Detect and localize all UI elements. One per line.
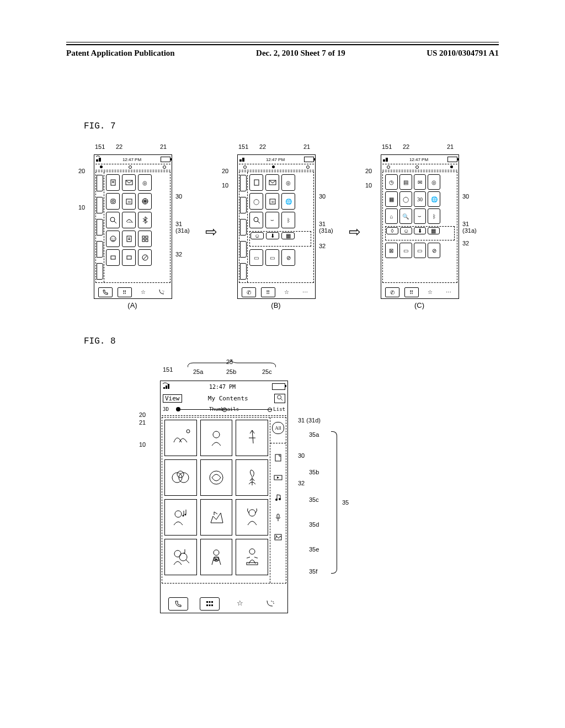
app-icon[interactable] [122,249,136,266]
nav-phone-icon[interactable]: ✆ [385,287,399,297]
app-icon[interactable]: ◯ [399,191,412,207]
nav-phone-icon[interactable] [98,287,113,297]
app-icon-calendar[interactable]: 30 [265,193,279,210]
app-icon[interactable]: ▤ [399,174,412,190]
thumbnail[interactable] [164,459,197,496]
side-tab[interactable] [97,197,103,213]
app-icon-clock[interactable]: ◷ [385,174,398,190]
nav-phone-icon[interactable] [168,597,188,611]
app-icon[interactable] [106,174,120,191]
app-icon-face[interactable]: ☺ [400,227,412,234]
side-tab[interactable] [240,197,247,213]
app-icon[interactable]: ▭ [414,243,427,258]
app-icon-bluetooth[interactable]: ᛒ [428,208,440,224]
app-icon-globe[interactable]: 🌐 [428,191,440,207]
side-tab[interactable] [240,175,247,191]
app-icon-envelope[interactable] [265,174,279,191]
app-icon[interactable]: ◊ [386,227,398,234]
nav-grid-icon[interactable]: ⠿ [404,287,419,297]
thumbnail[interactable] [236,459,268,496]
nav-grid-icon[interactable]: ⠿ [118,287,132,297]
slider-knob[interactable] [176,407,180,411]
app-icon-gear[interactable]: ◎ [138,174,152,191]
app-icon-block[interactable]: ⊘ [428,243,440,258]
view-button[interactable]: View [163,394,182,403]
nav-dial-icon[interactable] [155,287,168,296]
app-icon-face[interactable]: ☺ [250,232,264,239]
app-icon-envelope[interactable] [122,174,136,191]
thumbnail[interactable] [200,459,233,496]
nav-dial-icon[interactable]: ⋯ [299,287,312,296]
thumbnail[interactable] [164,420,197,456]
app-icon[interactable]: ▭ [249,249,263,266]
app-icon[interactable]: ⌣ [265,212,279,228]
app-icon-download[interactable]: ⬇ [266,232,279,239]
app-icon-gear[interactable]: ◎ [281,174,295,191]
category-all[interactable]: All [272,422,284,434]
app-icon-apps[interactable]: ▦ [281,232,295,239]
app-icon-calendar[interactable]: 30 [122,193,136,210]
nav-grid-icon[interactable]: ⠿ [261,287,275,297]
app-icon-calendar[interactable]: 30 [414,191,427,207]
nav-star-icon[interactable]: ☆ [424,287,437,296]
category-mic-icon[interactable] [273,512,284,523]
app-icon-bluetooth[interactable] [138,212,152,228]
app-icon-globe[interactable]: 🌐 [281,193,295,210]
thumbnail[interactable] [200,539,233,575]
app-icon-block[interactable]: ⊘ [281,249,295,266]
thumbnail[interactable] [236,539,268,575]
nav-star-icon[interactable]: ☆ [231,597,249,609]
side-tab[interactable] [97,263,103,280]
app-icon-block[interactable] [138,249,152,266]
app-icon-face[interactable] [106,231,120,247]
app-icon-globe[interactable] [138,193,152,210]
side-tab[interactable] [240,263,247,280]
nav-star-icon[interactable]: ☆ [280,287,294,296]
app-icon[interactable]: ▭ [399,243,412,258]
app-icon[interactable]: ⊠ [385,243,398,258]
app-icon[interactable] [249,174,263,191]
side-tab[interactable] [240,219,247,235]
svg-rect-69 [275,534,281,540]
app-icon-envelope[interactable]: ✉ [414,174,427,190]
side-tabs [96,172,104,282]
app-icon[interactable]: ▭ [265,249,279,266]
app-icon-download[interactable] [122,231,136,247]
app-icon-apps[interactable] [138,231,152,247]
category-doc-icon[interactable] [273,452,284,463]
side-tab[interactable] [97,175,103,191]
app-icon[interactable]: verizon [122,212,136,228]
app-icon-apps[interactable]: ▦ [428,227,440,234]
nav-grid-icon[interactable] [200,597,220,611]
app-icon[interactable]: ▦ [385,191,398,207]
app-icon[interactable] [106,193,120,210]
app-icon-search[interactable]: 🔍 [399,208,412,224]
thumbnail[interactable] [236,420,268,456]
app-icon[interactable] [106,249,120,266]
app-icon-gear[interactable]: ◎ [428,174,440,190]
thumbnail[interactable] [236,499,268,536]
view-mode-slider[interactable]: 3D Thumbnails List [161,404,287,414]
category-music-icon[interactable] [273,492,284,503]
app-icon-search[interactable] [249,212,263,228]
app-icon-download[interactable]: ⬇ [414,227,426,234]
side-tab[interactable] [97,219,103,235]
category-image-icon[interactable] [273,532,284,543]
category-video-icon[interactable] [273,472,284,483]
app-icon[interactable]: ◯ [249,193,263,210]
side-tab[interactable] [97,241,103,258]
nav-dial-icon[interactable]: ⋯ [442,287,455,296]
thumbnail[interactable] [164,539,197,575]
search-icon[interactable] [274,394,285,403]
app-icon[interactable]: ⌣ [414,208,427,224]
nav-star-icon[interactable]: ☆ [137,287,150,296]
thumbnail[interactable] [200,420,233,456]
nav-phone-icon[interactable]: ✆ [242,287,256,297]
app-icon-search[interactable] [106,212,120,228]
app-icon-home[interactable]: ⌂ [385,208,398,224]
side-tab[interactable] [240,241,247,258]
app-icon-bluetooth[interactable]: ᛒ [281,212,295,228]
nav-dial-icon[interactable] [261,597,280,609]
thumbnail[interactable] [200,499,233,536]
thumbnail[interactable] [164,499,197,536]
